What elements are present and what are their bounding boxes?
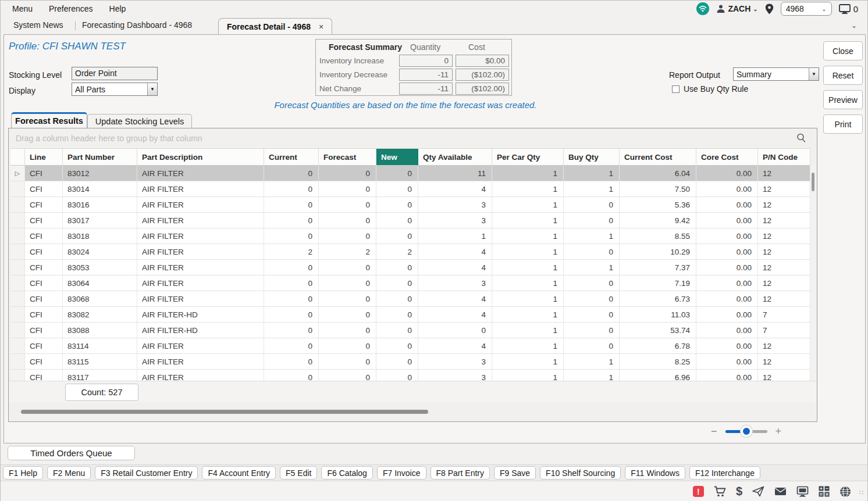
menu-item-menu[interactable]: Menu: [1, 4, 41, 13]
table-row[interactable]: CFI83064AIR FILTER0003107.190.0012: [10, 275, 810, 291]
column-header-current-cost[interactable]: Current Cost: [620, 149, 696, 166]
globe-icon[interactable]: [839, 486, 851, 498]
cell-line: CFI: [25, 291, 63, 307]
location-pin-icon[interactable]: [765, 3, 774, 15]
table-row[interactable]: CFI83017AIR FILTER0003109.420.0012: [10, 213, 810, 228]
zoom-slider-thumb[interactable]: [741, 425, 752, 437]
table-row[interactable]: CFI83024AIR FILTER22241010.290.0012: [10, 244, 810, 260]
report-output-select[interactable]: Summary ▼: [733, 67, 819, 81]
mail-icon[interactable]: [774, 487, 787, 496]
connection-status-icon[interactable]: [696, 2, 709, 15]
column-header-current[interactable]: Current: [264, 149, 319, 166]
dropdown-arrow-icon[interactable]: ▼: [147, 83, 157, 95]
fkey-button-f10[interactable]: F10 Shelf Sourcing: [540, 466, 621, 479]
table-row[interactable]: CFI83088AIR FILTER-HD00001053.740.007: [10, 323, 810, 338]
fkey-button-f3[interactable]: F3 Retail Customer Entry: [95, 466, 198, 479]
send-icon[interactable]: [752, 486, 764, 497]
tab-forecasting-dashboard[interactable]: Forecasting Dashboard - 4968: [82, 20, 192, 30]
table-row[interactable]: CFI83115AIR FILTER0003118.250.0012: [10, 354, 810, 370]
cell-current-cost: 6.78: [620, 338, 696, 354]
fkey-button-f12[interactable]: F12 Interchange: [689, 466, 760, 479]
column-header-qty-available[interactable]: Qty Available: [418, 149, 492, 166]
cell-current: 0: [264, 166, 319, 181]
table-row[interactable]: CFI83016AIR FILTER0003105.360.0012: [10, 197, 810, 213]
timed-orders-queue-button[interactable]: Timed Orders Queue: [8, 446, 135, 460]
group-by-bar[interactable]: Drag a column header here to group by th…: [9, 128, 817, 148]
column-header-per-car-qty[interactable]: Per Car Qty: [492, 149, 564, 166]
cell-p-n-code: 12: [758, 291, 810, 307]
table-row[interactable]: CFI83068AIR FILTER0004106.730.0012: [10, 291, 810, 307]
column-header-new[interactable]: New: [376, 149, 418, 166]
fkey-button-f9[interactable]: F9 Save: [494, 466, 536, 479]
zoom-slider[interactable]: [725, 430, 767, 433]
summary-cost-header: Cost: [468, 42, 485, 52]
cell-current: 0: [264, 307, 319, 323]
cell-new: 0: [376, 354, 418, 370]
table-row[interactable]: CFI83053AIR FILTER0004117.370.0012: [10, 260, 810, 275]
table-row[interactable]: CFI83114AIR FILTER0004106.780.0012: [10, 338, 810, 354]
column-header-p-n-code[interactable]: P/N Code: [758, 149, 810, 166]
fkey-button-f1[interactable]: F1 Help: [3, 466, 43, 479]
table-row[interactable]: CFI83082AIR FILTER-HD00041011.030.007: [10, 307, 810, 323]
use-buy-qty-rule[interactable]: Use Buy Qty Rule: [672, 84, 748, 94]
user-menu[interactable]: ZACH ⌄: [716, 4, 757, 13]
fkey-button-f8[interactable]: F8 Part Entry: [431, 466, 490, 479]
table-row[interactable]: CFI83018AIR FILTER0001118.550.0012: [10, 228, 810, 244]
close-button[interactable]: Close: [823, 41, 863, 60]
fkey-button-f2[interactable]: F2 Menu: [47, 466, 91, 479]
cell-current: 0: [264, 213, 319, 228]
reset-button[interactable]: Reset: [823, 66, 863, 85]
column-header-line[interactable]: Line: [25, 149, 63, 166]
dropdown-arrow-icon[interactable]: ▼: [809, 68, 819, 80]
workstation-icon[interactable]: [796, 486, 809, 497]
tab-forecast-detail[interactable]: Forecast Detail - 4968 ×: [218, 18, 332, 34]
fkey-button-f4[interactable]: F4 Account Entry: [202, 466, 276, 479]
tab-update-stocking-levels[interactable]: Update Stocking Levels: [87, 114, 192, 128]
fkey-button-f6[interactable]: F6 Catalog: [321, 466, 372, 479]
display-select[interactable]: All Parts ▼: [72, 83, 158, 96]
table-row[interactable]: CFI83014AIR FILTER0004117.500.0012: [10, 181, 810, 197]
alert-icon[interactable]: !: [693, 486, 704, 497]
chevron-down-icon: ⌄: [821, 6, 826, 12]
scrollbar-thumb[interactable]: [21, 410, 428, 414]
menu-item-preferences[interactable]: Preferences: [41, 4, 101, 13]
dollar-icon[interactable]: $: [736, 485, 742, 498]
scrollbar-thumb[interactable]: [812, 173, 814, 191]
chevron-down-icon[interactable]: ⌄: [851, 22, 857, 30]
column-header-core-cost[interactable]: Core Cost: [696, 149, 758, 166]
column-header-buy-qty[interactable]: Buy Qty: [564, 149, 620, 166]
resize-grip[interactable]: ∷: [859, 489, 864, 496]
cell-core-cost: 0.00: [696, 260, 758, 275]
cell-line: CFI: [25, 323, 63, 338]
menu-bar: Menu Preferences Help ZACH ⌄ 4968 ⌄ 0: [1, 1, 867, 17]
fkey-button-f11[interactable]: F11 Windows: [625, 466, 685, 479]
search-icon[interactable]: [796, 133, 806, 143]
close-icon[interactable]: ×: [319, 22, 323, 31]
preview-button[interactable]: Preview: [823, 90, 863, 109]
print-button[interactable]: Print: [823, 114, 863, 134]
cell-forecast: 0: [319, 323, 376, 338]
column-header-part-description[interactable]: Part Description: [137, 149, 264, 166]
tab-system-news[interactable]: System News: [13, 20, 63, 30]
monitor-status[interactable]: 0: [839, 4, 858, 14]
store-select[interactable]: 4968 ⌄: [781, 2, 832, 16]
zoom-out-button[interactable]: −: [711, 425, 717, 438]
fkey-button-f7[interactable]: F7 Invoice: [377, 466, 426, 479]
vertical-scrollbar[interactable]: [810, 166, 816, 382]
column-header-part-number[interactable]: Part Number: [63, 149, 137, 166]
cell-part-description: AIR FILTER: [137, 166, 264, 181]
menu-item-help[interactable]: Help: [101, 4, 134, 13]
stocking-level-field[interactable]: Order Point: [72, 67, 158, 80]
column-header-forecast[interactable]: Forecast: [319, 149, 376, 166]
horizontal-scrollbar[interactable]: [9, 407, 816, 416]
fkey-button-f5[interactable]: F5 Edit: [280, 466, 317, 479]
checkbox[interactable]: [672, 85, 680, 93]
status-bar: ! $ ∷: [1, 482, 867, 501]
cell-new: 0: [376, 323, 418, 338]
table-row[interactable]: ▷CFI83012AIR FILTER00011116.040.0012: [10, 166, 810, 181]
cart-icon[interactable]: [714, 486, 726, 498]
tab-forecast-results[interactable]: Forecast Results: [11, 112, 87, 128]
report-output-value: Summary: [734, 68, 809, 80]
calculator-icon[interactable]: [819, 486, 830, 497]
zoom-in-button[interactable]: +: [775, 425, 782, 438]
